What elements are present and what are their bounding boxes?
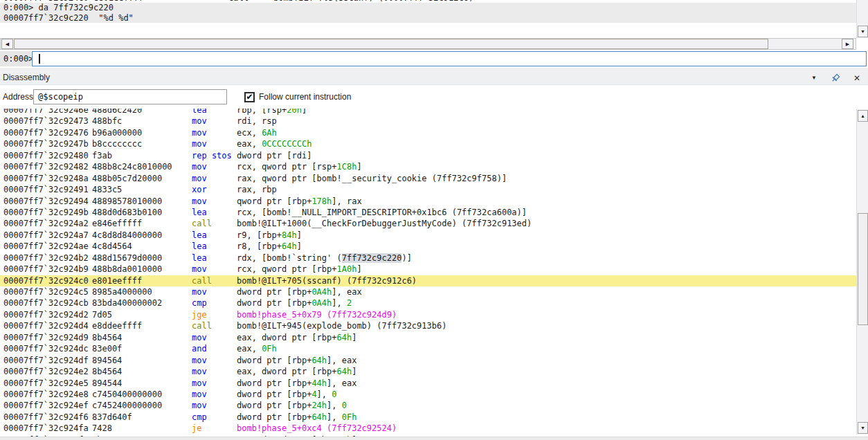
disasm-row[interactable]: 00007ff7`32c924dc 83e00f and eax, 0Fh xyxy=(0,343,856,354)
scroll-up-icon: ▲ xyxy=(860,113,865,118)
disasm-row[interactable]: 00007ff7`32c924d4 e8ddeeffff call bomb!@… xyxy=(0,320,856,331)
disasm-row[interactable]: 00007ff7`32c924b9 488b8da0010000 mov rcx… xyxy=(0,264,856,275)
disasm-row[interactable]: 00007ff7`32c924ef c7452400000000 mov dwo… xyxy=(0,400,856,411)
instruction-mnemonic: mov xyxy=(192,366,237,377)
disasm-row[interactable]: 00007ff7`32c924e5 894544 mov dword ptr [… xyxy=(0,378,856,389)
instruction-mnemonic: mov xyxy=(192,355,237,366)
disasm-row[interactable]: 00007ff7`32c924d2 7d05 jge bomb!phase_5+… xyxy=(0,309,856,320)
instruction-mnemonic: call xyxy=(192,320,237,331)
hscrollbar-thumb[interactable] xyxy=(14,39,768,49)
instruction-mnemonic: mov xyxy=(192,116,237,127)
instruction-mnemonic: mov xyxy=(192,173,237,184)
address-label: Address: xyxy=(3,85,35,109)
scroll-down-button[interactable]: ▼ xyxy=(858,26,868,37)
command-input-row: 0:000> xyxy=(0,50,868,68)
instruction-address: 00007ff7`32c924c5 xyxy=(3,286,92,297)
instruction-operands: bomb!@ILT+1000(__CheckForDebuggerJustMyC… xyxy=(237,218,856,229)
disasm-row[interactable]: 00007ff7`32c924ae 4c8d4564 lea r8, [rbp+… xyxy=(0,241,856,252)
disasm-row[interactable]: 00007ff7`32c924b2 488d15679d0000 lea rdx… xyxy=(0,253,856,264)
disasm-row[interactable]: 00007ff7`32c9249b 488d0d683b0100 lea rcx… xyxy=(0,207,856,218)
instruction-operands: rcx, qword ptr [rbp+1A0h] xyxy=(237,264,856,275)
instruction-address: 00007ff7`32c924fa xyxy=(3,423,92,434)
instruction-operands: bomb!phase_5+0x79 (7ff732c924d9) xyxy=(237,309,856,320)
scroll-up-button[interactable]: ▲ xyxy=(858,110,868,122)
instruction-operands: rax, qword ptr [bomb!__security_cookie (… xyxy=(237,173,856,184)
close-icon: ✕ xyxy=(853,73,860,83)
instruction-bytes: 48898578010000 xyxy=(92,196,192,207)
instruction-mnemonic: mov xyxy=(192,264,237,275)
disasm-row[interactable]: 00007ff7`32c924e2 8b4564 mov eax, dword … xyxy=(0,366,856,377)
instruction-operands: eax, dword ptr [rbp+64h] xyxy=(237,332,856,343)
instruction-operands: bomb!phase_5+0xc4 (7ff732c92524) xyxy=(237,423,856,434)
instruction-address: 00007ff7`32c924e5 xyxy=(3,378,92,389)
disasm-row[interactable]: 00007ff7`32c92476 b96a000000 mov ecx, 6A… xyxy=(0,127,856,138)
instruction-address: 00007ff7`32c924e2 xyxy=(3,366,92,377)
instruction-bytes: 4833c5 xyxy=(92,184,192,195)
disasm-row[interactable]: 00007ff7`32c924d9 8b4564 mov eax, dword … xyxy=(0,332,856,343)
instruction-bytes: b96a000000 xyxy=(92,127,192,138)
scroll-down-button[interactable]: ▼ xyxy=(858,422,868,434)
follow-instruction-checkbox[interactable]: ✔ xyxy=(244,92,255,102)
output-vscrollbar: ▼ xyxy=(856,0,868,38)
command-input[interactable] xyxy=(32,51,867,66)
instruction-address: 00007ff7`32c92482 xyxy=(3,161,92,172)
disasm-row[interactable]: 00007ff7`32c924c5 8985a4000000 mov dword… xyxy=(0,286,856,297)
instruction-bytes: 7428 xyxy=(92,423,192,434)
instruction-operands: rdi, rsp xyxy=(237,116,856,127)
disassembly-titlebar: Disassembly ▼ ✕ xyxy=(0,71,868,85)
disasm-row[interactable]: 00007ff7`32c924fa 7428 je bomb!phase_5+0… xyxy=(0,423,856,434)
disasm-row[interactable]: 00007ff7`32c9247b b8cccccccc mov eax, 0C… xyxy=(0,138,856,149)
pin-button[interactable] xyxy=(830,73,841,84)
instruction-bytes: 8985a4000000 xyxy=(92,286,192,297)
disasm-row[interactable]: 00007ff7`32c9248a 488b05c7d20000 mov rax… xyxy=(0,173,856,184)
disassembly-vscrollbar: ▲ ▼ xyxy=(856,109,868,434)
instruction-operands: dword ptr [rbp+24h], 0 xyxy=(237,400,856,411)
instruction-mnemonic: lea xyxy=(192,241,237,252)
instruction-address: 00007ff7`32c924e8 xyxy=(3,389,92,400)
scroll-left-button[interactable]: ◀ xyxy=(1,39,13,49)
instruction-address: 00007ff7`32c92473 xyxy=(3,116,92,127)
disasm-row[interactable]: 00007ff7`32c924e8 c7450400000000 mov dwo… xyxy=(0,389,856,400)
instruction-address: 00007ff7`32c924ae xyxy=(3,241,92,252)
disasm-row[interactable]: 00007ff7`32c92494 48898578010000 mov qwo… xyxy=(0,196,856,207)
instruction-mnemonic: lea xyxy=(192,253,237,264)
instruction-bytes: 488d6c2420 xyxy=(92,109,192,116)
vscrollbar-thumb[interactable] xyxy=(858,213,868,325)
disasm-row[interactable]: 00007ff7`32c924a2 e846efffff call bomb!@… xyxy=(0,218,856,229)
pin-icon xyxy=(831,73,840,83)
disasm-row[interactable]: 00007ff7`32c9246e 488d6c2420 lea rbp, [r… xyxy=(0,109,856,116)
scroll-right-button[interactable]: ▶ xyxy=(842,39,853,49)
instruction-operands: dword ptr [rbp+0A4h], eax xyxy=(237,286,856,297)
instruction-bytes: 894544 xyxy=(92,378,192,389)
instruction-address: 00007ff7`32c924cb xyxy=(3,297,92,309)
disassembly-listing: 00007ff7`32c9246e 488d6c2420 lea rbp, [r… xyxy=(0,109,856,437)
disasm-row[interactable]: 00007ff7`32c924df 894564 mov dword ptr [… xyxy=(0,355,856,366)
instruction-address: 00007ff7`32c924ef xyxy=(3,400,92,411)
instruction-mnemonic: je xyxy=(192,423,237,434)
address-input[interactable] xyxy=(33,89,227,104)
instruction-mnemonic: cmp xyxy=(192,412,237,423)
instruction-bytes: e8ddeeffff xyxy=(92,320,192,331)
instruction-operands: eax, 0Fh xyxy=(237,343,856,354)
disasm-row[interactable]: 00007ff7`32c924cb 83bda400000002 cmp dwo… xyxy=(0,297,856,309)
disasm-row[interactable]: 00007ff7`32c92473 488bfc mov rdi, rsp xyxy=(0,116,856,127)
instruction-operands: rcx, qword ptr [rsp+1C8h] xyxy=(237,161,856,172)
instruction-bytes: c7450400000000 xyxy=(92,389,192,400)
disasm-row[interactable]: 00007ff7`32c92482 488b8c24c8010000 mov r… xyxy=(0,161,856,172)
instruction-address: 00007ff7`32c924a2 xyxy=(3,218,92,229)
disasm-row[interactable]: 00007ff7`32c924f6 837d640f cmp dword ptr… xyxy=(0,412,856,423)
instruction-operands: dword ptr [rbp+64h], eax xyxy=(237,355,856,366)
instruction-bytes: 894564 xyxy=(92,355,192,366)
disasm-row[interactable]: 00007ff7`32c92491 4833c5 xor rax, rbp xyxy=(0,184,856,195)
disasm-row[interactable]: 00007ff7`32c924c0 e801eeffff call bomb!@… xyxy=(0,275,856,286)
close-button[interactable]: ✕ xyxy=(851,73,862,84)
instruction-mnemonic: lea xyxy=(192,207,237,218)
disasm-row[interactable]: 00007ff7`32c924a7 4c8d8d84000000 lea r9,… xyxy=(0,230,856,241)
panel-menu-button[interactable]: ▼ xyxy=(808,73,820,84)
instruction-operands: dword ptr [rdi] xyxy=(237,150,856,161)
disasm-row[interactable]: 00007ff7`32c92480 f3ab rep stos dword pt… xyxy=(0,150,856,161)
instruction-mnemonic: rep stos xyxy=(192,150,237,161)
scroll-left-icon: ◀ xyxy=(6,42,9,46)
text-caret xyxy=(39,54,40,64)
output-band: 0:000> da 7ff732c9c22000007ff7`32c9c220 … xyxy=(0,3,856,23)
